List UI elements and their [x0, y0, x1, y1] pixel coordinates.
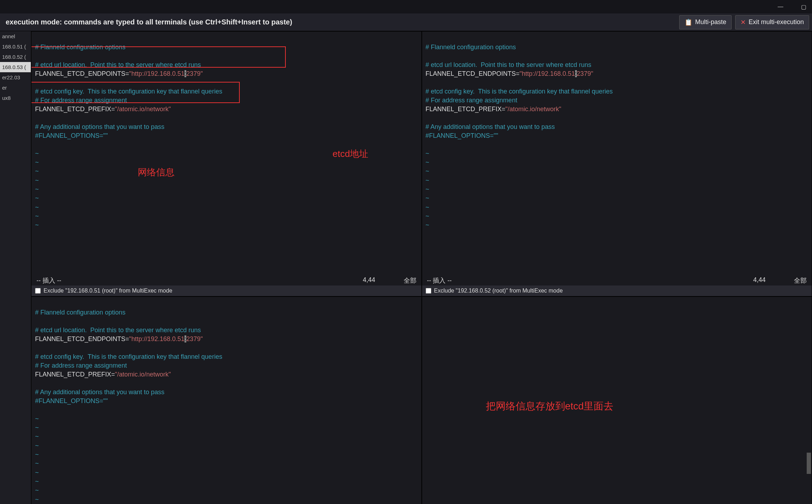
- code-line: #FLANNEL_OPTIONS="": [426, 132, 498, 139]
- code-line: # Flanneld configuration options: [426, 44, 516, 51]
- code-line: # Any additional options that you want t…: [35, 389, 164, 396]
- cursor-position: 4,44: [363, 276, 375, 285]
- code-line: # For address range assignment: [426, 97, 517, 104]
- exit-multiexec-label: Exit multi-execution: [749, 18, 804, 26]
- code-line: # Any additional options that you want t…: [35, 123, 164, 130]
- terminal-pane-1[interactable]: # Flanneld configuration options # etcd …: [31, 31, 422, 296]
- toolbar: execution mode: commands are typed to al…: [0, 13, 812, 31]
- exclude-bar: Exclude "192.168.0.52 (root)" from Multi…: [422, 285, 812, 296]
- code-line: #FLANNEL_OPTIONS="": [35, 132, 108, 139]
- session-sidebar: annel 168.0.51 ( 168.0.52 ( 168.0.53 ( e…: [0, 31, 31, 504]
- terminal-content[interactable]: # Flanneld configuration options # etcd …: [32, 297, 421, 504]
- code-line: # etcd url location. Point this to the s…: [35, 61, 201, 68]
- annotation-etcd: etcd地址: [333, 148, 368, 160]
- annotation-store: 把网络信息存放到etcd里面去: [486, 400, 614, 413]
- exclude-checkbox[interactable]: [35, 288, 41, 294]
- code-line: FLANNEL_ETCD_ENDPOINTS=: [35, 335, 129, 342]
- code-line: # etcd url location. Point this to the s…: [35, 327, 201, 334]
- terminal-pane-2[interactable]: # Flanneld configuration options # etcd …: [422, 31, 812, 296]
- code-line: # For address range assignment: [35, 97, 127, 104]
- code-line: FLANNEL_ETCD_PREFIX=: [35, 106, 115, 113]
- code-line: FLANNEL_ETCD_ENDPOINTS=: [35, 70, 129, 77]
- code-line: # Any additional options that you want t…: [426, 123, 555, 130]
- sidebar-item[interactable]: 168.0.51 (: [0, 41, 31, 52]
- scroll-indicator: 全部: [794, 276, 807, 285]
- vim-mode: -- 插入 --: [36, 276, 61, 285]
- code-line: # etcd url location. Point this to the s…: [426, 61, 591, 68]
- code-line: # etcd config key. This is the configura…: [35, 353, 222, 360]
- cursor-position: 4,44: [753, 276, 766, 285]
- close-icon: ✕: [740, 18, 746, 26]
- exclude-label: Exclude "192.168.0.52 (root)" from Multi…: [434, 288, 563, 294]
- exclude-label: Exclude "192.168.0.51 (root)" from Multi…: [44, 288, 172, 294]
- terminal-content[interactable]: # Flanneld configuration options # etcd …: [32, 32, 421, 276]
- terminal-content[interactable]: 把网络信息存放到etcd里面去: [422, 297, 812, 504]
- terminal-statusbar: -- 插入 -- 4,44全部: [422, 276, 812, 285]
- exclude-checkbox[interactable]: [426, 288, 431, 294]
- multi-paste-button[interactable]: 📋 Multi-paste: [679, 15, 732, 29]
- sidebar-item-selected[interactable]: 168.0.53 (: [0, 62, 31, 72]
- terminal-statusbar: -- 插入 -- 4,44全部: [32, 276, 421, 285]
- minimize-button[interactable]: —: [774, 2, 787, 11]
- clipboard-icon: 📋: [685, 18, 692, 26]
- terminal-pane-3[interactable]: # Flanneld configuration options # etcd …: [31, 296, 422, 504]
- terminal-content[interactable]: # Flanneld configuration options # etcd …: [422, 32, 812, 276]
- sidebar-item[interactable]: annel: [0, 31, 31, 41]
- sidebar-item[interactable]: ux8: [0, 93, 31, 103]
- maximize-button[interactable]: ▢: [797, 2, 810, 12]
- scrollbar-thumb[interactable]: [807, 453, 811, 474]
- code-line: # For address range assignment: [35, 362, 127, 369]
- code-line: # Flanneld configuration options: [35, 309, 125, 316]
- code-line: FLANNEL_ETCD_PREFIX=: [35, 371, 115, 378]
- sidebar-item[interactable]: er22.03: [0, 72, 31, 83]
- code-line: # Flanneld configuration options: [35, 44, 125, 51]
- code-line: # etcd config key. This is the configura…: [35, 88, 222, 95]
- annotation-network: 网络信息: [138, 166, 175, 179]
- code-line: FLANNEL_ETCD_PREFIX=: [426, 106, 506, 113]
- code-line: FLANNEL_ETCD_ENDPOINTS=: [426, 70, 520, 77]
- sidebar-item[interactable]: er: [0, 83, 31, 93]
- scroll-indicator: 全部: [404, 276, 416, 285]
- code-line: #FLANNEL_OPTIONS="": [35, 397, 108, 404]
- exit-multiexec-button[interactable]: ✕ Exit multi-execution: [735, 15, 809, 29]
- multiexec-mode-message: execution mode: commands are typed to al…: [6, 18, 292, 26]
- vim-mode: -- 插入 --: [427, 276, 452, 285]
- code-line: # etcd config key. This is the configura…: [426, 88, 613, 95]
- exclude-bar: Exclude "192.168.0.51 (root)" from Multi…: [32, 285, 421, 296]
- window-titlebar: — ▢: [0, 0, 812, 13]
- multi-paste-label: Multi-paste: [695, 18, 726, 26]
- terminal-pane-4[interactable]: 把网络信息存放到etcd里面去: [422, 296, 812, 504]
- sidebar-item[interactable]: 168.0.52 (: [0, 52, 31, 62]
